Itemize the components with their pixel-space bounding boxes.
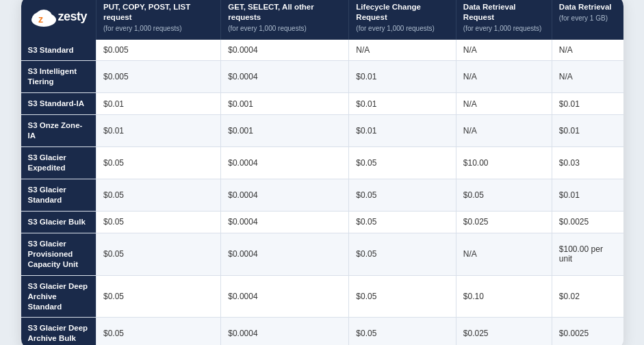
row-0-col2: $0.0004 (221, 40, 349, 61)
row-4-col1: $0.05 (96, 147, 221, 179)
row-4-col4: $10.00 (456, 147, 552, 179)
row-9-col3: $0.05 (349, 318, 456, 345)
header-get-main: GET, SELECT, All other requests (228, 3, 313, 21)
row-2-col3: $0.01 (349, 93, 456, 115)
row-label: S3 Glacier Expedited (21, 147, 96, 179)
row-0-col1: $0.005 (96, 40, 221, 61)
cloud-icon: z (29, 6, 58, 28)
row-label: S3 Glacier Provisioned Capacity Unit (21, 233, 96, 275)
row-4-col2: $0.0004 (221, 147, 349, 179)
pricing-card: z zesty PUT, COPY, POST, LIST request (f… (21, 0, 623, 345)
row-label: S3 Glacier Deep Archive Standard (21, 275, 96, 318)
table-row: S3 Glacier Standard$0.05$0.0004$0.05$0.0… (21, 179, 623, 212)
row-3-col4: N/A (456, 115, 552, 147)
row-9-col2: $0.0004 (221, 318, 349, 345)
row-6-col5: $0.0025 (552, 211, 623, 233)
row-8-col2: $0.0004 (221, 275, 349, 318)
row-1-col2: $0.0004 (221, 61, 349, 93)
svg-text:z: z (38, 14, 43, 25)
row-1-col5: N/A (552, 61, 623, 93)
row-6-col3: $0.05 (349, 211, 456, 233)
row-6-col2: $0.0004 (221, 211, 349, 233)
row-label: S3 Glacier Deep Archive Bulk (21, 318, 96, 345)
row-1-col4: N/A (456, 61, 552, 93)
row-2-col1: $0.01 (96, 93, 221, 115)
row-label: S3 Standard-IA (21, 93, 96, 115)
row-5-col5: $0.01 (552, 179, 623, 212)
table-row: S3 Glacier Deep Archive Standard$0.05$0.… (21, 275, 623, 318)
pricing-table: z zesty PUT, COPY, POST, LIST request (f… (21, 0, 623, 345)
header-data-retrieval-gb: Data Retrieval (for every 1 GB) (552, 0, 623, 40)
header-data-retrieval-req: Data Retrieval Request (for every 1,000 … (456, 0, 552, 40)
header-drr-main: Data Retrieval Request (463, 3, 516, 21)
row-5-col2: $0.0004 (221, 179, 349, 212)
table-row: S3 Glacier Bulk$0.05$0.0004$0.05$0.025$0… (21, 211, 623, 233)
row-3-col2: $0.001 (221, 115, 349, 147)
table-row: S3 Glacier Deep Archive Bulk$0.05$0.0004… (21, 318, 623, 345)
row-3-col5: $0.01 (552, 115, 623, 147)
row-0-col4: N/A (456, 40, 552, 61)
table-row: S3 Glacier Expedited$0.05$0.0004$0.05$10… (21, 147, 623, 179)
row-8-col4: $0.10 (456, 275, 552, 318)
table-row: S3 Standard$0.005$0.0004N/AN/AN/A (21, 40, 623, 61)
row-2-col5: $0.01 (552, 93, 623, 115)
table-row: S3 Glacier Provisioned Capacity Unit$0.0… (21, 233, 623, 275)
row-5-col4: $0.05 (456, 179, 552, 212)
row-label: S3 Onze Zone-IA (21, 115, 96, 147)
row-9-col1: $0.05 (96, 318, 221, 345)
header-put-main: PUT, COPY, POST, LIST request (103, 3, 190, 21)
row-7-col2: $0.0004 (221, 233, 349, 275)
header-lifecycle-sub: (for every 1,000 requests) (356, 24, 448, 33)
row-4-col3: $0.05 (349, 147, 456, 179)
header-lifecycle: Lifecycle Change Request (for every 1,00… (349, 0, 456, 40)
row-5-col3: $0.05 (349, 179, 456, 212)
row-1-col3: $0.01 (349, 61, 456, 93)
header-drr-sub: (for every 1,000 requests) (463, 24, 545, 33)
row-6-col4: $0.025 (456, 211, 552, 233)
row-1-col1: $0.005 (96, 61, 221, 93)
row-2-col2: $0.001 (221, 93, 349, 115)
row-2-col4: N/A (456, 93, 552, 115)
row-0-col3: N/A (349, 40, 456, 61)
row-4-col5: $0.03 (552, 147, 623, 179)
row-9-col4: $0.025 (456, 318, 552, 345)
header-put-sub: (for every 1,000 requests) (103, 24, 214, 33)
header-drgb-sub: (for every 1 GB) (559, 14, 617, 23)
table-row: S3 Onze Zone-IA$0.01$0.001$0.01N/A$0.01 (21, 115, 623, 147)
header-get-select: GET, SELECT, All other requests (for eve… (221, 0, 349, 40)
row-label: S3 Glacier Bulk (21, 211, 96, 233)
row-3-col3: $0.01 (349, 115, 456, 147)
row-label: S3 Glacier Standard (21, 179, 96, 212)
header-lifecycle-main: Lifecycle Change Request (356, 3, 421, 21)
header-get-sub: (for every 1,000 requests) (228, 24, 342, 33)
logo-cell: z zesty (21, 0, 96, 40)
logo: z zesty (29, 6, 88, 28)
row-0-col5: N/A (552, 40, 623, 61)
row-3-col1: $0.01 (96, 115, 221, 147)
row-8-col1: $0.05 (96, 275, 221, 318)
header-drgb-main: Data Retrieval (559, 3, 612, 11)
table-row: S3 Intelligent Tiering$0.005$0.0004$0.01… (21, 61, 623, 93)
row-8-col5: $0.02 (552, 275, 623, 318)
logo-brand-text: zesty (58, 9, 88, 25)
header-put-copy-post-list: PUT, COPY, POST, LIST request (for every… (96, 0, 221, 40)
row-7-col1: $0.05 (96, 233, 221, 275)
row-5-col1: $0.05 (96, 179, 221, 212)
row-9-col5: $0.0025 (552, 318, 623, 345)
row-7-col3: $0.05 (349, 233, 456, 275)
row-8-col3: $0.05 (349, 275, 456, 318)
row-7-col5: $100.00 per unit (552, 233, 623, 275)
row-label: S3 Standard (21, 40, 96, 61)
row-label: S3 Intelligent Tiering (21, 61, 96, 93)
row-7-col4: N/A (456, 233, 552, 275)
row-6-col1: $0.05 (96, 211, 221, 233)
table-row: S3 Standard-IA$0.01$0.001$0.01N/A$0.01 (21, 93, 623, 115)
